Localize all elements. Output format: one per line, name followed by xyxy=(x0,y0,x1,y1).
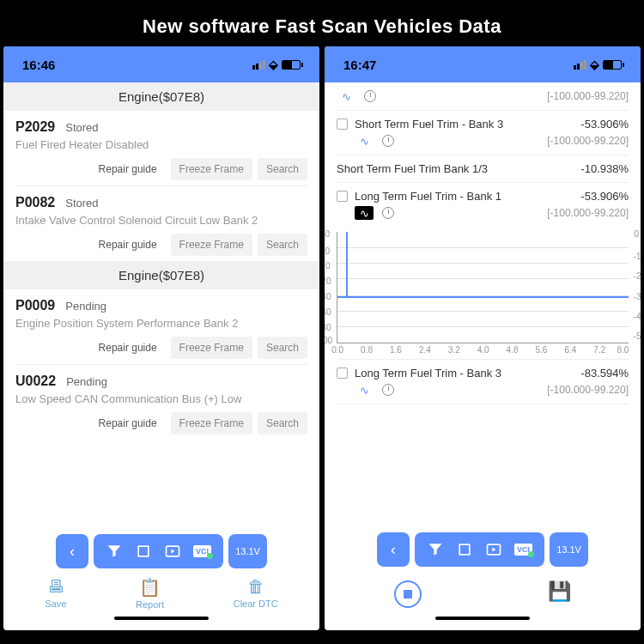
wifi-icon: ⬙ xyxy=(590,58,599,71)
dtc-desc: Engine Position System Performance Bank … xyxy=(15,317,307,330)
wifi-icon: ⬙ xyxy=(269,58,278,71)
param-name: Short Term Fuel Trim Bank 1/3 xyxy=(337,162,574,175)
data-range: [-100.000-99.220] xyxy=(547,90,629,102)
dtc-desc: Low Speed CAN Communication Bus (+) Low xyxy=(15,392,307,405)
dtc-item: P2029Stored Fuel Fired Heater Disabled R… xyxy=(3,111,319,185)
vci-icon[interactable]: VCI xyxy=(514,544,532,556)
tools-pill: VCI xyxy=(94,534,223,568)
crop-icon[interactable] xyxy=(456,541,473,558)
dtc-code: U0022 xyxy=(15,374,56,389)
gauge-icon[interactable] xyxy=(364,90,376,102)
phone-left: 16:46 ⬙ Engine($07E8) P2029Stored Fuel F… xyxy=(3,46,319,630)
repair-guide-button[interactable]: Repair guide xyxy=(90,337,166,359)
filter-icon[interactable] xyxy=(106,543,123,560)
param-name: Short Term Fuel Trim - Bank 3 xyxy=(355,118,574,131)
voltage-badge: 13.1V xyxy=(228,534,267,568)
data-row: Short Term Fuel Trim - Bank 3 -53.906% ∿… xyxy=(325,111,641,155)
search-button[interactable]: Search xyxy=(258,158,307,180)
dtc-code: P0082 xyxy=(15,195,55,210)
time: 16:46 xyxy=(22,58,55,72)
phone-right: 16:47 ⬙ ∿ [-100.000-99.220] Short Term F… xyxy=(325,46,641,630)
vci-icon[interactable]: VCI xyxy=(193,545,211,557)
dtc-code: P2029 xyxy=(15,119,55,135)
dtc-desc: Intake Valve Control Solenoid Circuit Lo… xyxy=(15,214,307,227)
back-button[interactable]: ‹ xyxy=(56,534,88,568)
status-bar: 16:46 ⬙ xyxy=(3,46,319,82)
report-icon: 📋 xyxy=(136,577,164,598)
section-header: Engine($07E8) xyxy=(3,82,319,111)
wave-icon[interactable]: ∿ xyxy=(355,134,374,148)
time: 16:47 xyxy=(343,58,376,72)
clear-icon: 🗑 xyxy=(234,577,278,597)
nav-report[interactable]: 📋Report xyxy=(136,577,164,610)
wave-icon[interactable]: ∿ xyxy=(355,206,374,220)
battery-icon xyxy=(282,60,301,70)
tools-pill: VCI xyxy=(415,532,544,567)
param-value: -53.906% xyxy=(580,190,629,203)
status-bar: 16:47 ⬙ xyxy=(325,46,641,82)
gauge-icon[interactable] xyxy=(382,207,394,219)
checkbox[interactable] xyxy=(337,118,348,130)
checkbox[interactable] xyxy=(337,191,348,202)
search-button[interactable]: Search xyxy=(258,337,307,359)
svg-rect-2 xyxy=(459,544,470,555)
param-value: -10.938% xyxy=(580,162,629,175)
save-icon[interactable]: 💾 xyxy=(548,580,571,608)
play-icon[interactable] xyxy=(164,543,181,560)
signal-icon xyxy=(252,60,265,70)
dtc-status: Pending xyxy=(66,375,107,388)
chart: 40 20 0 -20 -40 -60 -80 -100 0 -10 -20 -… xyxy=(337,232,629,343)
svg-rect-0 xyxy=(138,546,149,556)
dtc-status: Stored xyxy=(65,121,98,134)
back-button[interactable]: ‹ xyxy=(377,532,410,567)
voltage-badge: 13.1V xyxy=(550,532,588,567)
dtc-code: P0009 xyxy=(15,298,55,313)
dtc-item: P0082Stored Intake Valve Control Solenoi… xyxy=(3,186,319,261)
home-indicator[interactable] xyxy=(435,617,530,620)
dtc-item: U0022Pending Low Speed CAN Communication… xyxy=(3,365,319,440)
dtc-desc: Fuel Fired Heater Disabled xyxy=(15,138,307,151)
freeze-frame-button[interactable]: Freeze Frame xyxy=(171,234,252,256)
param-value: -83.594% xyxy=(580,367,629,380)
data-range: [-100.000-99.220] xyxy=(547,384,629,396)
data-range: [-100.000-99.220] xyxy=(547,135,629,147)
gauge-icon[interactable] xyxy=(382,384,394,396)
repair-guide-button[interactable]: Repair guide xyxy=(90,412,166,434)
section-header: Engine($07E8) xyxy=(3,261,319,289)
dtc-item: P0009Pending Engine Position System Perf… xyxy=(3,289,319,364)
nav-clear[interactable]: 🗑Clear DTC xyxy=(234,577,278,610)
freeze-frame-button[interactable]: Freeze Frame xyxy=(171,412,252,434)
crop-icon[interactable] xyxy=(135,543,152,560)
play-icon[interactable] xyxy=(485,541,502,558)
wave-icon[interactable]: ∿ xyxy=(355,383,374,397)
nav-save[interactable]: 🖶Save xyxy=(45,577,66,610)
dtc-status: Pending xyxy=(65,300,106,313)
dtc-status: Stored xyxy=(65,197,98,210)
param-name: Long Term Fuel Trim - Bank 1 xyxy=(355,190,574,203)
data-range: [-100.000-99.220] xyxy=(547,207,629,219)
param-name: Long Term Fuel Trim - Bank 3 xyxy=(355,367,574,380)
repair-guide-button[interactable]: Repair guide xyxy=(90,234,166,256)
freeze-frame-button[interactable]: Freeze Frame xyxy=(171,158,252,180)
filter-icon[interactable] xyxy=(427,541,444,558)
search-button[interactable]: Search xyxy=(258,412,307,434)
data-row: Long Term Fuel Trim - Bank 1 -53.906% ∿ … xyxy=(325,183,641,227)
wave-icon[interactable]: ∿ xyxy=(337,89,355,103)
signal-icon xyxy=(574,60,586,70)
checkbox[interactable] xyxy=(337,368,348,379)
param-value: -53.906% xyxy=(580,118,629,131)
page-title: New software Fast Scan Vehicles Data xyxy=(0,0,644,46)
data-row: Long Term Fuel Trim - Bank 3 -83.594% ∿ … xyxy=(325,360,641,404)
save-icon: 🖶 xyxy=(45,577,66,597)
stop-record-button[interactable] xyxy=(394,580,422,608)
repair-guide-button[interactable]: Repair guide xyxy=(90,158,166,180)
freeze-frame-button[interactable]: Freeze Frame xyxy=(171,337,252,359)
search-button[interactable]: Search xyxy=(258,234,307,256)
gauge-icon[interactable] xyxy=(382,135,394,147)
data-row: Short Term Fuel Trim Bank 1/3 -10.938% xyxy=(325,155,641,182)
battery-icon xyxy=(603,60,622,70)
home-indicator[interactable] xyxy=(114,617,209,620)
